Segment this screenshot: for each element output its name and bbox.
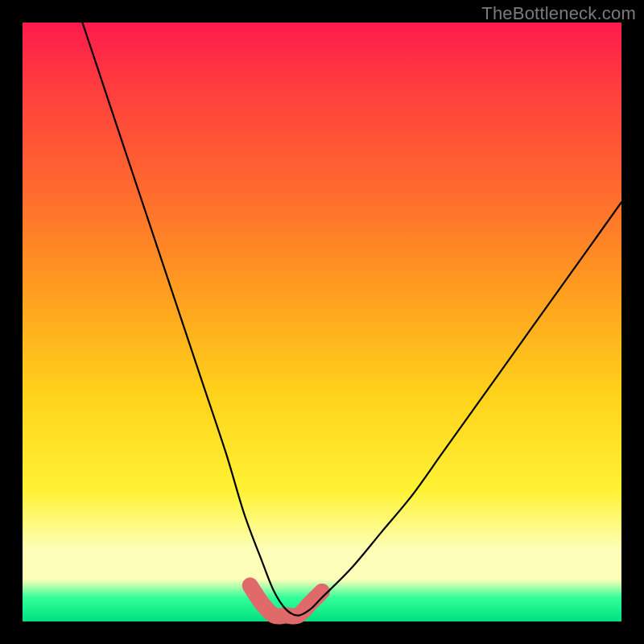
plot-area <box>23 23 621 621</box>
bottleneck-curve-path <box>82 23 621 616</box>
chart-frame: TheBottleneck.com <box>0 0 644 644</box>
highlight-band-path <box>250 585 322 616</box>
curve-layer <box>23 23 621 621</box>
watermark-text: TheBottleneck.com <box>481 3 636 24</box>
